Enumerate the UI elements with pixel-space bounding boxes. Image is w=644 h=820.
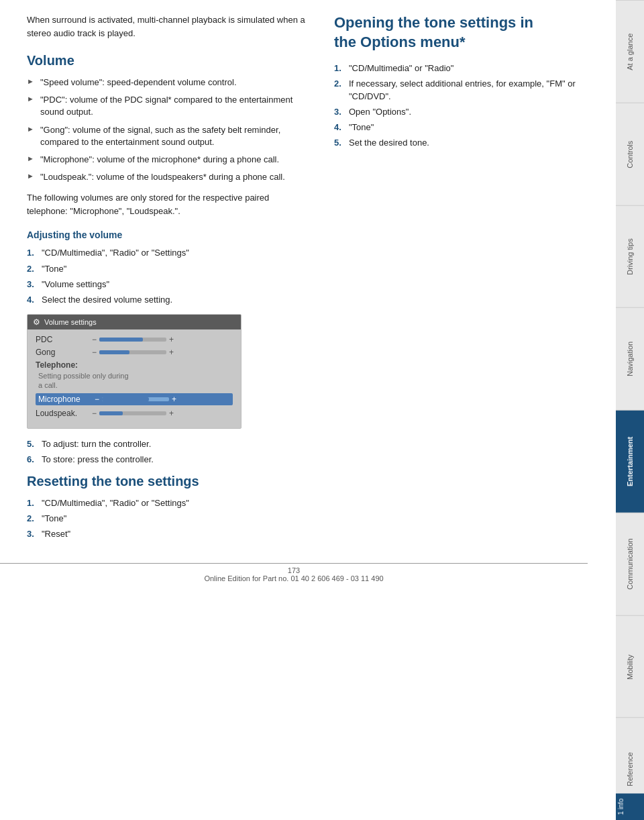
step-number: 1. [334, 62, 346, 74]
step-text: "Tone" [349, 121, 374, 134]
list-item: 1. "CD/Multimedia", "Radio" or "Settings… [27, 497, 307, 509]
vol-row-pdc: PDC − + [36, 335, 233, 344]
vol-plus-icon: + [169, 335, 174, 344]
columns-layout: When surround is activated, multi-channe… [27, 13, 596, 549]
vol-plus-icon: + [172, 395, 176, 404]
sidebar-item-entertainment[interactable]: Entertainment [616, 410, 644, 513]
right-heading: Opening the tone settings in the Options… [334, 13, 596, 52]
vol-bar-fill-loudspeak [99, 411, 123, 415]
screenshot-titlebar: ⚙ Volume settings [28, 315, 241, 329]
list-item: 1. "CD/Multimedia", "Radio" or "Settings… [27, 247, 307, 259]
adjusting-heading: Adjusting the volume [27, 229, 307, 240]
list-item: 5. Set the desired tone. [334, 137, 596, 149]
step-number: 2. [27, 513, 39, 525]
volume-bullet-list: ► "Speed volume": speed-dependent volume… [27, 76, 307, 183]
step-number: 2. [27, 263, 39, 275]
sidebar-item-driving-tips[interactable]: Driving tips [616, 205, 644, 308]
step-number: 1. [27, 497, 39, 509]
list-item: 3. Open "Options". [334, 106, 596, 118]
footer-divider: 173 Online Edition for Part no. 01 40 2 … [0, 563, 588, 582]
list-item: 3. "Volume settings" [27, 278, 307, 291]
list-item: 3. "Reset" [27, 528, 307, 540]
step-text: "CD/Multimedia", "Radio" or "Settings" [42, 497, 189, 509]
bullet-text: "Loudspeak.": volume of the loudspeakers… [40, 171, 285, 183]
right-heading-line1: Opening the tone settings in [334, 14, 533, 31]
step-text: "Tone" [42, 263, 66, 275]
bullet-arrow-icon: ► [27, 124, 35, 134]
intro-paragraph: When surround is activated, multi-channe… [27, 13, 307, 40]
vol-row-microphone: Microphone − + [36, 393, 233, 405]
vol-row-gong: Gong − + [36, 348, 233, 357]
sidebar-item-controls[interactable]: Controls [616, 103, 644, 205]
step-text: Open "Options". [349, 106, 411, 118]
right-steps-list: 1. "CD/Multimedia" or "Radio" 2. If nece… [334, 62, 596, 149]
footer-text: Online Edition for Part no. 01 40 2 606 … [204, 574, 383, 582]
list-item: ► "PDC": volume of the PDC signal* compa… [27, 94, 307, 118]
step-text: Select the desired volume setting. [42, 294, 172, 306]
vol-minus-icon: − [95, 395, 99, 404]
vol-bar-loudspeak [99, 411, 166, 415]
step-number: 3. [334, 106, 346, 118]
vol-minus-icon: − [92, 335, 97, 344]
vol-label-gong: Gong [36, 348, 89, 357]
step-text: Set the desired tone. [349, 137, 429, 149]
vol-telephone-note: Setting possible only duringa call. [36, 371, 233, 391]
sidebar-item-communication[interactable]: Communication [616, 513, 644, 615]
vol-minus-icon: − [92, 409, 97, 418]
page-footer: 173 Online Edition for Part no. 01 40 2 … [0, 563, 588, 582]
vol-bar-fill-gong [99, 350, 129, 354]
bullet-text: "PDC": volume of the PDC signal* compare… [40, 94, 307, 118]
volume-heading: Volume [27, 53, 307, 68]
list-item: 4. "Tone" [334, 121, 596, 134]
step-text: If necessary, select additional entries,… [349, 78, 596, 102]
bullet-text: "Microphone": volume of the microphone* … [40, 154, 279, 166]
list-item: 2. "Tone" [27, 263, 307, 275]
list-item: 2. If necessary, select additional entri… [334, 78, 596, 102]
vol-bar-microphone [102, 397, 169, 401]
step-number: 5. [27, 438, 39, 450]
step-number: 1. [27, 247, 39, 259]
vol-label-microphone: Microphone [38, 395, 92, 404]
bullet-arrow-icon: ► [27, 76, 35, 87]
vol-bar-fill-microphone [102, 397, 149, 401]
resetting-heading: Resetting the tone settings [27, 474, 307, 489]
sidebar-item-at-a-glance[interactable]: At a glance [616, 0, 644, 103]
step-number: 6. [27, 454, 39, 466]
vol-bar-fill-pdc [99, 338, 143, 342]
step-number: 4. [27, 294, 39, 306]
bullet-arrow-icon: ► [27, 154, 35, 164]
info-badge: 1 info [616, 793, 644, 820]
vol-label-pdc: PDC [36, 335, 89, 344]
list-item: 4. Select the desired volume setting. [27, 294, 307, 306]
vol-plus-icon: + [169, 348, 174, 357]
vol-telephone-section: Telephone: Setting possible only duringa… [36, 360, 233, 391]
adjusting-steps-after-list: 5. To adjust: turn the controller. 6. To… [27, 438, 307, 466]
bullet-arrow-icon: ► [27, 171, 35, 181]
settings-icon: ⚙ [33, 317, 40, 327]
sidebar-item-navigation[interactable]: Navigation [616, 307, 644, 410]
vol-row-loudspeak: Loudspeak. − + [36, 409, 233, 418]
page-number: 173 [288, 566, 300, 574]
vol-plus-icon: + [169, 409, 174, 418]
vol-minus-icon: − [92, 348, 97, 357]
step-text: "Volume settings" [42, 278, 109, 291]
step-text: "Reset" [42, 528, 70, 540]
screenshot-body: PDC − + Gong − + [28, 329, 241, 428]
bullet-text: "Gong": volume of the signal, such as th… [40, 124, 307, 148]
step-text: "Tone" [42, 513, 66, 525]
step-number: 2. [334, 78, 346, 90]
adjusting-steps-list: 1. "CD/Multimedia", "Radio" or "Settings… [27, 247, 307, 306]
list-item: 5. To adjust: turn the controller. [27, 438, 307, 450]
list-item: ► "Microphone": volume of the microphone… [27, 154, 307, 166]
right-heading-line2: the Options menu* [334, 34, 466, 50]
vol-label-loudspeak: Loudspeak. [36, 409, 89, 418]
sidebar-item-mobility[interactable]: Mobility [616, 615, 644, 718]
bullet-text: "Speed volume": speed-dependent volume c… [40, 76, 237, 89]
step-text: "CD/Multimedia" or "Radio" [349, 62, 453, 74]
vol-bar-gong [99, 350, 166, 354]
step-text: "CD/Multimedia", "Radio" or "Settings" [42, 247, 189, 259]
step-text: To adjust: turn the controller. [42, 438, 151, 450]
list-item: 6. To store: press the controller. [27, 454, 307, 466]
vol-telephone-label: Telephone: [36, 360, 233, 370]
left-column: When surround is activated, multi-channe… [27, 13, 307, 549]
